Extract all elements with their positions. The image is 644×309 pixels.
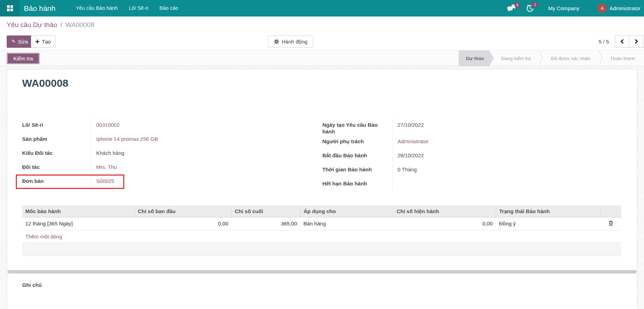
column-header-apply-to[interactable]: Áp dụng cho (300, 205, 393, 217)
cell-final-index: 365,00 (231, 217, 300, 230)
status-step-checking[interactable]: Đang kiểm tra (494, 51, 538, 66)
cell-milestone: 12 tháng [365 Ngày] (22, 217, 134, 230)
warranty-milestones-table: Mốc bảo hành Chỉ số ban đầu Chỉ số cuối … (22, 205, 621, 256)
field-label: Bắt đầu Bảo hành (322, 149, 393, 159)
user-avatar[interactable]: A (598, 4, 607, 13)
delete-row-button[interactable] (600, 217, 621, 230)
plus-icon (35, 40, 39, 44)
apps-grid-icon (7, 5, 13, 11)
field-row-warranty-start: Bắt đầu Bảo hành 28/10/2022 (322, 149, 610, 163)
field-row-warranty-expiry: Hết hạn Bảo hành (322, 177, 610, 191)
table-row[interactable]: 12 tháng [365 Ngày] 0,00 365,00 Bán hàng… (22, 217, 621, 230)
trash-icon (609, 221, 613, 226)
user-menu[interactable]: Administrator (610, 5, 640, 11)
top-navbar: Bảo hành Yêu cầu Bảo hành Lô/ Sê-ri Báo … (0, 0, 644, 17)
record-title: WA00008 (22, 77, 68, 89)
messages-button[interactable]: 6 (507, 5, 517, 12)
field-row-created-date: Ngày tạo Yêu cầu Bảo hành 27/10/2022 (322, 118, 610, 135)
table-header-row: Mốc bảo hành Chỉ số ban đầu Chỉ số cuối … (22, 205, 621, 217)
field-row-lot-serial: Lô/ Sê-ri 00310002 (22, 118, 310, 132)
apps-menu-button[interactable] (0, 0, 20, 17)
breadcrumb: Yêu cầu Dự thảo / WA00008 (0, 17, 644, 33)
statusbar-row: Kiểm tra Dự thảo Đang kiểm tra Đã được x… (0, 50, 644, 66)
field-row-product: Sản phẩm Iphone 14 promax 256 GB (22, 132, 310, 146)
breadcrumb-current: WA00008 (65, 21, 94, 29)
action-menu-button[interactable]: Hành động (268, 35, 313, 48)
status-step-confirmed[interactable]: Đã được xác nhận (544, 51, 598, 66)
form-view-background: WA00008 Lô/ Sê-ri 00310002 Sản phẩm Ipho… (0, 66, 644, 309)
column-header-milestone[interactable]: Mốc bảo hành (22, 205, 134, 217)
record-pager: 5 / 5 (599, 35, 643, 48)
field-value-warranty-duration: 0 Tháng (397, 166, 417, 172)
menu-warranty-requests[interactable]: Yêu cầu Bảo hành (70, 0, 123, 17)
add-line-link[interactable]: Thêm một dòng (22, 230, 621, 243)
menu-reports[interactable]: Báo cáo (154, 0, 184, 17)
check-button[interactable]: Kiểm tra (7, 53, 40, 64)
create-button[interactable]: Tạo (31, 35, 55, 48)
activities-button[interactable]: 1 (526, 4, 534, 12)
menu-lot-serial[interactable]: Lô/ Sê-ri (123, 0, 154, 17)
field-row-partner: Đối tác Mrs. Thu (22, 160, 310, 175)
chevron-left-icon (620, 39, 624, 44)
field-label: Người phụ trách (322, 135, 393, 145)
column-header-initial-index[interactable]: Chỉ số ban đầu (134, 205, 231, 217)
field-label: Hết hạn Bảo hành (322, 177, 393, 187)
app-title[interactable]: Bảo hành (24, 4, 55, 13)
field-label: Đơn bán (22, 175, 91, 184)
company-switcher[interactable]: My Company (548, 5, 579, 11)
field-label: Kiểu Đối tác (22, 146, 91, 156)
main-menu: Yêu cầu Bảo hành Lô/ Sê-ri Báo cáo (70, 0, 184, 17)
field-label: Sản phẩm (22, 132, 91, 142)
chevron-right-icon (634, 39, 638, 44)
statusbar: Dự thảo Đang kiểm tra Đã được xác nhận H… (459, 51, 643, 66)
field-value-responsible[interactable]: Administrator (397, 138, 428, 144)
cell-apply-to: Bán hàng (300, 217, 393, 230)
field-label: Thời gian Bảo hành (322, 163, 393, 173)
field-value-lot-serial[interactable]: 00310002 (96, 122, 120, 128)
empty-stripe-row (22, 243, 621, 256)
field-row-partner-type: Kiểu Đối tác Khách hàng (22, 146, 310, 160)
column-header-final-index[interactable]: Chỉ số cuối (231, 205, 300, 217)
breadcrumb-separator: / (60, 21, 62, 29)
cell-initial-index: 0,00 (134, 217, 231, 230)
notes-label: Ghi chú (22, 282, 42, 288)
field-row-responsible: Người phụ trách Administrator (322, 135, 610, 149)
field-value-partner-type: Khách hàng (96, 150, 124, 156)
field-value-created-date: 27/10/2022 (397, 122, 424, 128)
pager-next-button[interactable] (629, 35, 643, 48)
column-header-actions (600, 205, 621, 217)
edit-button[interactable]: ✎ Sửa (7, 35, 33, 48)
field-label: Ngày tạo Yêu cầu Bảo hành (322, 118, 393, 135)
status-step-separator (598, 51, 603, 66)
field-value-warranty-start: 28/10/2022 (397, 152, 424, 158)
field-row-sale-order: Đơn bán S00025 (22, 175, 310, 189)
activities-count-badge: 1 (532, 2, 538, 8)
field-value-sale-order[interactable]: S00025 (96, 178, 114, 184)
column-header-warranty-status[interactable]: Trạng thái Bảo hành (496, 205, 600, 217)
pager-value: 5 / 5 (599, 39, 609, 45)
cell-current-index: 0,00 (393, 217, 496, 230)
breadcrumb-parent-link[interactable]: Yêu cầu Dự thảo (7, 21, 57, 29)
add-line-row: Thêm một dòng (22, 230, 621, 243)
cell-warranty-status: Đồng ý (496, 217, 600, 230)
field-label: Đối tác (22, 160, 91, 170)
messages-count-badge: 6 (514, 2, 520, 8)
control-panel-buttons: ✎ Sửa Tạo Hành động 5 / 5 (0, 33, 644, 50)
horizontal-scrollbar[interactable] (7, 270, 637, 274)
field-row-warranty-duration: Thời gian Bảo hành 0 Tháng (322, 163, 610, 177)
status-step-done[interactable]: Hoàn thành (603, 51, 643, 66)
pager-previous-button[interactable] (615, 35, 629, 48)
status-step-draft[interactable]: Dự thảo (459, 51, 494, 66)
gear-icon (274, 39, 279, 44)
field-group-left: Lô/ Sê-ri 00310002 Sản phẩm Iphone 14 pr… (22, 118, 310, 189)
pencil-icon: ✎ (12, 39, 15, 44)
field-value-product[interactable]: Iphone 14 promax 256 GB (96, 136, 158, 142)
status-step-separator (538, 51, 544, 66)
field-label: Lô/ Sê-ri (22, 118, 91, 128)
field-value-partner[interactable]: Mrs. Thu (96, 164, 117, 170)
field-group-right: Ngày tạo Yêu cầu Bảo hành 27/10/2022 Ngư… (322, 118, 610, 191)
form-sheet: WA00008 Lô/ Sê-ri 00310002 Sản phẩm Ipho… (7, 69, 637, 309)
navbar-systray: 6 1 My Company A Administrator (507, 4, 640, 13)
column-header-current-index[interactable]: Chỉ số hiện hành (393, 205, 496, 217)
